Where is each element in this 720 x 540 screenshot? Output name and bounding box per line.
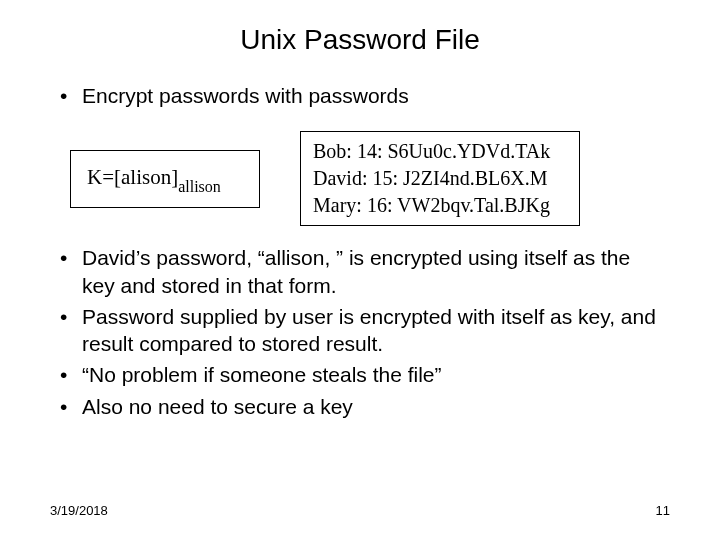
password-file-box: Bob: 14: S6Uu0c.YDVd.TAk David: 15: J2ZI… [300, 131, 580, 226]
top-bullet-list: Encrypt passwords with passwords [60, 82, 720, 109]
key-box-prefix: K=[alison] [87, 165, 178, 189]
top-bullet-item: Encrypt passwords with passwords [60, 82, 720, 109]
pw-entry: Mary: 16: VW2bqv.Tal.BJKg [313, 192, 567, 219]
main-bullet-list: David’s password, “allison, ” is encrypt… [60, 244, 660, 420]
bullet-item: Password supplied by user is encrypted w… [60, 303, 660, 358]
footer: 3/19/2018 11 [50, 503, 670, 518]
bullet-item: Also no need to secure a key [60, 393, 660, 420]
slide-title: Unix Password File [0, 0, 720, 64]
pw-entry: Bob: 14: S6Uu0c.YDVd.TAk [313, 138, 567, 165]
key-box: K=[alison]allison [70, 150, 260, 208]
bullet-item: David’s password, “allison, ” is encrypt… [60, 244, 660, 299]
slide: Unix Password File Encrypt passwords wit… [0, 0, 720, 540]
pw-entry: David: 15: J2ZI4nd.BL6X.M [313, 165, 567, 192]
footer-page-number: 11 [656, 503, 670, 518]
boxes-row: K=[alison]allison Bob: 14: S6Uu0c.YDVd.T… [70, 131, 720, 226]
bullet-item: “No problem if someone steals the file” [60, 361, 660, 388]
key-box-subscript: allison [178, 178, 221, 195]
footer-date: 3/19/2018 [50, 503, 108, 518]
